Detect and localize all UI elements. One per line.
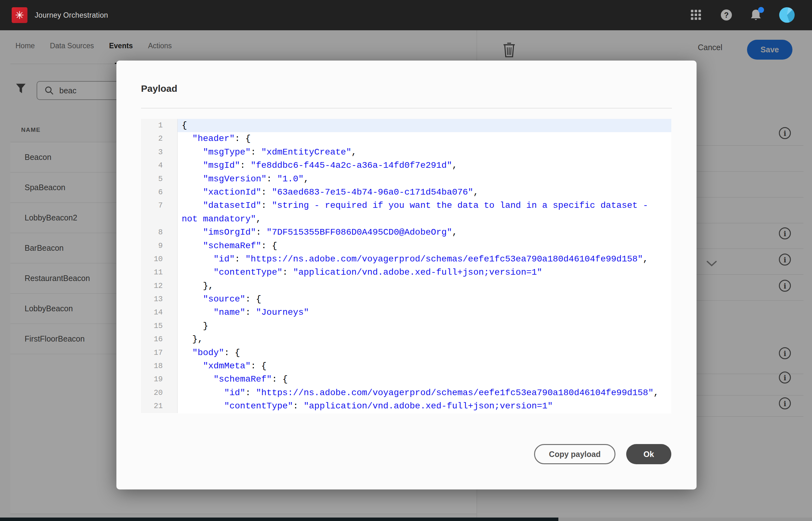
code-line-number xyxy=(141,212,178,226)
code-line[interactable]: } xyxy=(178,319,671,333)
code-line-number: 9 xyxy=(141,240,178,253)
code-line-number: 8 xyxy=(141,226,178,239)
code-line[interactable]: "id": "https://ns.adobe.com/voyagerprod/… xyxy=(178,386,671,400)
apps-grid-icon[interactable] xyxy=(691,10,701,20)
code-line[interactable]: "datasetId": "string - required if you w… xyxy=(178,199,671,212)
code-line-number: 7 xyxy=(141,199,178,212)
code-line-number: 14 xyxy=(141,306,178,319)
journey-orchestration-app: HomeData SourcesEventsActions beac NAME … xyxy=(0,0,812,521)
code-line[interactable]: "msgVersion": "1.0", xyxy=(178,173,671,186)
code-line-number: 18 xyxy=(141,360,178,373)
code-line[interactable]: "name": "Journeys" xyxy=(178,306,671,319)
code-line[interactable]: not mandatory", xyxy=(178,212,671,226)
code-line-number: 13 xyxy=(141,293,178,306)
code-line[interactable]: "msgType": "xdmEntityCreate", xyxy=(178,146,671,159)
code-line-number: 15 xyxy=(141,319,178,333)
payload-modal: Payload 1{2 "header": {3 "msgType": "xdm… xyxy=(116,61,697,490)
code-line[interactable]: "schemaRef": { xyxy=(178,373,671,386)
notification-badge xyxy=(758,7,764,13)
code-line-number: 4 xyxy=(141,159,178,172)
code-line-number: 11 xyxy=(141,266,178,279)
adobe-journey-logo-icon[interactable]: ✳ xyxy=(12,7,27,23)
code-line[interactable]: "body": { xyxy=(178,346,671,360)
code-line[interactable]: }, xyxy=(178,333,671,346)
code-line[interactable]: { xyxy=(178,119,671,132)
modal-title-divider xyxy=(141,108,672,109)
payload-code-editor[interactable]: 1{2 "header": {3 "msgType": "xdmEntityCr… xyxy=(141,119,671,413)
code-line[interactable]: "header": { xyxy=(178,132,671,145)
code-line-number: 1 xyxy=(141,119,178,132)
code-line-number: 6 xyxy=(141,186,178,199)
code-line[interactable]: "contentType": "application/vnd.adobe.xe… xyxy=(178,266,671,279)
code-line[interactable]: "contentType": "application/vnd.adobe.xe… xyxy=(178,400,671,413)
notifications-bell-icon[interactable] xyxy=(749,8,763,22)
code-line[interactable]: "imsOrgId": "7DF515355BFF086D0A495CD0@Ad… xyxy=(178,226,671,239)
copy-payload-button[interactable]: Copy payload xyxy=(534,444,615,464)
code-line-number: 17 xyxy=(141,346,178,360)
code-line[interactable]: "schemaRef": { xyxy=(178,240,671,253)
code-line[interactable]: "xactionId": "63aed683-7e15-4b74-96a0-c1… xyxy=(178,186,671,199)
top-app-bar: ✳ Journey Orchestration ? xyxy=(0,0,812,30)
code-line-number: 12 xyxy=(141,279,178,293)
code-line-number: 19 xyxy=(141,373,178,386)
code-line-number: 20 xyxy=(141,386,178,400)
ok-button[interactable]: Ok xyxy=(626,444,671,464)
help-icon[interactable]: ? xyxy=(721,9,732,21)
code-line[interactable]: "msgId": "fe8ddbc6-f445-4a2c-a36a-14fd0f… xyxy=(178,159,671,172)
code-line-number: 5 xyxy=(141,173,178,186)
modal-title: Payload xyxy=(141,83,177,94)
code-line[interactable]: "xdmMeta": { xyxy=(178,360,671,373)
code-line-number: 2 xyxy=(141,132,178,145)
code-line[interactable]: }, xyxy=(178,279,671,293)
app-title: Journey Orchestration xyxy=(35,0,108,30)
code-line-number: 16 xyxy=(141,333,178,346)
code-line[interactable]: "source": { xyxy=(178,293,671,306)
user-avatar[interactable] xyxy=(779,7,795,23)
modal-actions: Copy payload Ok xyxy=(534,444,671,464)
code-line[interactable]: "id": "https://ns.adobe.com/voyagerprod/… xyxy=(178,253,671,266)
code-line-number: 10 xyxy=(141,253,178,266)
code-line-number: 21 xyxy=(141,400,178,413)
code-line-number: 3 xyxy=(141,146,178,159)
